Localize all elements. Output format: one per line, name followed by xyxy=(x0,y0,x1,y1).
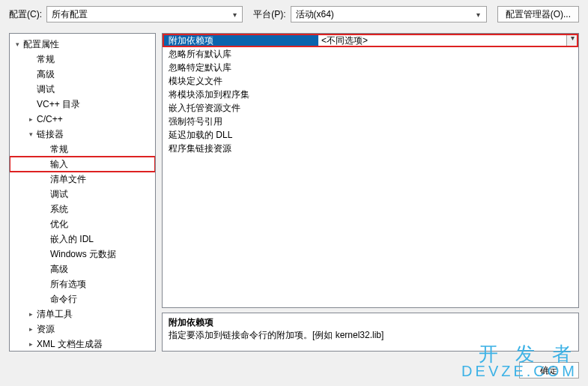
platform-label: 平台(P): xyxy=(253,8,285,21)
property-row[interactable]: 强制符号引用 xyxy=(163,115,578,128)
config-label: 配置(C): xyxy=(9,8,42,21)
tree-item-label: 命令行 xyxy=(50,293,77,306)
tree-item[interactable]: ▸调试 xyxy=(10,82,155,97)
tree-item[interactable]: ▸清单文件 xyxy=(10,172,155,187)
expander-closed-icon[interactable]: ▸ xyxy=(26,115,35,123)
ok-button[interactable]: 确定 xyxy=(519,362,579,379)
chevron-down-icon[interactable]: ▾ xyxy=(566,34,578,47)
property-name: 忽略特定默认库 xyxy=(169,61,318,74)
expander-open-icon[interactable]: ▾ xyxy=(13,40,22,48)
config-manager-button[interactable]: 配置管理器(O)... xyxy=(497,6,579,22)
property-row[interactable]: 将模块添加到程序集 xyxy=(163,88,578,101)
property-row[interactable]: 程序集链接资源 xyxy=(163,142,578,155)
main-area: ▾配置属性▸常规▸高级▸调试▸VC++ 目录▸C/C++▾链接器▸常规▸输入▸清… xyxy=(9,33,579,352)
tree-item[interactable]: ▸C/C++ xyxy=(10,112,155,127)
expander-open-icon[interactable]: ▾ xyxy=(26,130,35,138)
tree-item[interactable]: ▸XML 文档生成器 xyxy=(10,337,155,352)
property-row[interactable]: 嵌入托管资源文件 xyxy=(163,101,578,115)
description-body: 指定要添加到链接命令行的附加项。[例如 kernel32.lib] xyxy=(169,329,572,342)
property-name: 强制符号引用 xyxy=(169,115,318,128)
platform-combo[interactable]: 活动(x64) ▾ xyxy=(291,6,487,22)
chevron-down-icon: ▾ xyxy=(473,10,485,19)
tree-item-label: 清单工具 xyxy=(37,308,73,321)
tree-item[interactable]: ▾配置属性 xyxy=(10,37,155,52)
description-title: 附加依赖项 xyxy=(169,316,572,329)
property-row[interactable]: 忽略所有默认库 xyxy=(163,47,578,61)
platform-value: 活动(x64) xyxy=(296,8,334,21)
tree-item-label: 资源 xyxy=(37,323,55,336)
tree-item-label: 清单文件 xyxy=(50,173,86,186)
expander-closed-icon[interactable]: ▸ xyxy=(26,340,35,348)
tree-item-label: 输入 xyxy=(50,158,68,171)
tree-item[interactable]: ▸VC++ 目录 xyxy=(10,97,155,112)
tree-item-label: 优化 xyxy=(50,218,68,231)
tree-item[interactable]: ▸清单工具 xyxy=(10,307,155,322)
config-combo[interactable]: 所有配置 ▾ xyxy=(46,6,243,22)
tree-item-label: 高级 xyxy=(37,68,55,81)
expander-closed-icon[interactable]: ▸ xyxy=(26,325,35,333)
property-name: 程序集链接资源 xyxy=(169,142,318,155)
property-value[interactable]: <不同选项> xyxy=(318,34,566,47)
property-row[interactable]: 忽略特定默认库 xyxy=(163,61,578,74)
tree-item-label: Windows 元数据 xyxy=(50,248,116,261)
tree-item-label: 所有选项 xyxy=(50,278,86,291)
property-grid[interactable]: 附加依赖项<不同选项>▾忽略所有默认库忽略特定默认库模块定义文件将模块添加到程序… xyxy=(162,33,579,308)
property-name: 模块定义文件 xyxy=(169,75,318,88)
tree-item-label: C/C++ xyxy=(37,114,63,124)
tree-item[interactable]: ▸高级 xyxy=(10,67,155,82)
tree-item[interactable]: ▸Windows 元数据 xyxy=(10,247,155,262)
tree-item-label: 配置属性 xyxy=(23,38,59,51)
tree-item-label: 系统 xyxy=(50,203,68,216)
top-toolbar: 配置(C): 所有配置 ▾ 平台(P): 活动(x64) ▾ 配置管理器(O).… xyxy=(0,0,588,22)
tree-item-label: 调试 xyxy=(50,188,68,201)
property-name: 延迟加载的 DLL xyxy=(169,129,318,142)
tree-item[interactable]: ▸系统 xyxy=(10,202,155,217)
property-pages-dialog: 配置(C): 所有配置 ▾ 平台(P): 活动(x64) ▾ 配置管理器(O).… xyxy=(0,0,588,386)
tree-item[interactable]: ▸资源 xyxy=(10,322,155,337)
tree-item-label: 链接器 xyxy=(37,128,64,141)
property-row[interactable]: 模块定义文件 xyxy=(163,74,578,88)
config-value: 所有配置 xyxy=(52,8,88,21)
right-pane: 附加依赖项<不同选项>▾忽略所有默认库忽略特定默认库模块定义文件将模块添加到程序… xyxy=(162,33,579,352)
nav-tree[interactable]: ▾配置属性▸常规▸高级▸调试▸VC++ 目录▸C/C++▾链接器▸常规▸输入▸清… xyxy=(9,33,156,352)
description-panel: 附加依赖项 指定要添加到链接命令行的附加项。[例如 kernel32.lib] xyxy=(162,313,579,352)
property-row[interactable]: 附加依赖项<不同选项>▾ xyxy=(163,34,578,47)
tree-item-label: 常规 xyxy=(37,53,55,66)
tree-item[interactable]: ▸命令行 xyxy=(10,292,155,307)
tree-item[interactable]: ▾链接器 xyxy=(10,127,155,142)
tree-item[interactable]: ▸常规 xyxy=(10,52,155,67)
tree-item-label: 常规 xyxy=(50,143,68,156)
tree-item[interactable]: ▸输入 xyxy=(10,157,155,172)
chevron-down-icon: ▾ xyxy=(228,10,240,19)
tree-item-label: XML 文档生成器 xyxy=(37,338,103,351)
dialog-buttons: 确定 xyxy=(519,362,579,379)
tree-item-label: VC++ 目录 xyxy=(37,98,80,111)
tree-item-label: 高级 xyxy=(50,263,68,276)
expander-closed-icon[interactable]: ▸ xyxy=(26,310,35,318)
tree-item-label: 嵌入的 IDL xyxy=(50,233,94,246)
tree-item[interactable]: ▸嵌入的 IDL xyxy=(10,232,155,247)
property-name: 嵌入托管资源文件 xyxy=(169,102,318,115)
tree-item-label: 调试 xyxy=(37,83,55,96)
tree-item[interactable]: ▸优化 xyxy=(10,217,155,232)
tree-item[interactable]: ▸调试 xyxy=(10,187,155,202)
tree-item[interactable]: ▸所有选项 xyxy=(10,277,155,292)
property-name: 附加依赖项 xyxy=(169,34,318,47)
tree-item[interactable]: ▸高级 xyxy=(10,262,155,277)
property-name: 忽略所有默认库 xyxy=(169,48,318,61)
property-row[interactable]: 延迟加载的 DLL xyxy=(163,128,578,142)
tree-item[interactable]: ▸常规 xyxy=(10,142,155,157)
property-name: 将模块添加到程序集 xyxy=(169,88,318,101)
